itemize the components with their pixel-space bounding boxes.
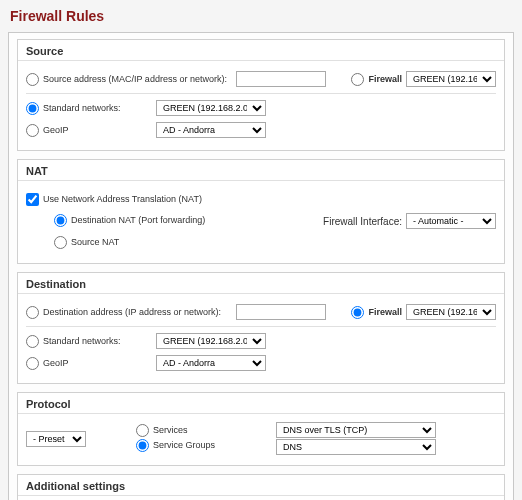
service-groups-radio[interactable] bbox=[136, 439, 149, 452]
protocol-select-bottom[interactable]: DNS bbox=[276, 439, 436, 455]
rule-form: Source Source address (MAC/IP address or… bbox=[8, 32, 514, 500]
destination-heading: Destination bbox=[18, 273, 504, 294]
snat-radio[interactable] bbox=[54, 236, 67, 249]
dest-firewall-label: Firewall bbox=[368, 307, 402, 317]
dest-standard-label: Standard networks: bbox=[43, 336, 121, 346]
source-geoip-select[interactable]: AD - Andorra bbox=[156, 122, 266, 138]
services-label: Services bbox=[153, 425, 188, 435]
dest-firewall-radio[interactable] bbox=[351, 306, 364, 319]
source-geoip-radio[interactable] bbox=[26, 124, 39, 137]
page-title: Firewall Rules bbox=[10, 8, 514, 24]
source-firewall-label: Firewall bbox=[368, 74, 402, 84]
firewall-interface-label: Firewall Interface: bbox=[323, 216, 402, 227]
source-heading: Source bbox=[18, 40, 504, 61]
source-geoip-label: GeoIP bbox=[43, 125, 69, 135]
dnat-label: Destination NAT (Port forwarding) bbox=[71, 215, 205, 225]
source-address-radio[interactable] bbox=[26, 73, 39, 86]
use-nat-label: Use Network Address Translation (NAT) bbox=[43, 194, 202, 204]
service-groups-label: Service Groups bbox=[153, 440, 215, 450]
destination-section: Destination Destination address (IP addr… bbox=[17, 272, 505, 384]
source-firewall-select[interactable]: GREEN (192.168.2.1) bbox=[406, 71, 496, 87]
protocol-select-top[interactable]: DNS over TLS (TCP) bbox=[276, 422, 436, 438]
dest-geoip-select[interactable]: AD - Andorra bbox=[156, 355, 266, 371]
protocol-section: Protocol - Preset - Services Service Gro… bbox=[17, 392, 505, 466]
use-nat-checkbox[interactable] bbox=[26, 193, 39, 206]
dest-address-label: Destination address (IP address or netwo… bbox=[43, 307, 221, 317]
nat-section: NAT Use Network Address Translation (NAT… bbox=[17, 159, 505, 264]
dest-standard-radio[interactable] bbox=[26, 335, 39, 348]
source-standard-select[interactable]: GREEN (192.168.2.0/24) bbox=[156, 100, 266, 116]
dest-geoip-radio[interactable] bbox=[26, 357, 39, 370]
additional-heading: Additional settings bbox=[18, 475, 504, 496]
protocol-preset-select[interactable]: - Preset - bbox=[26, 431, 86, 447]
additional-section: Additional settings Remark: Rule positio… bbox=[17, 474, 505, 500]
firewall-interface-select[interactable]: - Automatic - bbox=[406, 213, 496, 229]
source-standard-radio[interactable] bbox=[26, 102, 39, 115]
snat-label: Source NAT bbox=[71, 237, 119, 247]
dest-address-input[interactable] bbox=[236, 304, 326, 320]
source-section: Source Source address (MAC/IP address or… bbox=[17, 39, 505, 151]
source-standard-label: Standard networks: bbox=[43, 103, 121, 113]
dest-address-radio[interactable] bbox=[26, 306, 39, 319]
source-firewall-radio[interactable] bbox=[351, 73, 364, 86]
services-radio[interactable] bbox=[136, 424, 149, 437]
dest-firewall-select[interactable]: GREEN (192.168.2.1) bbox=[406, 304, 496, 320]
source-address-input[interactable] bbox=[236, 71, 326, 87]
protocol-heading: Protocol bbox=[18, 393, 504, 414]
source-address-label: Source address (MAC/IP address or networ… bbox=[43, 74, 227, 84]
nat-heading: NAT bbox=[18, 160, 504, 181]
dest-geoip-label: GeoIP bbox=[43, 358, 69, 368]
dnat-radio[interactable] bbox=[54, 214, 67, 227]
dest-standard-select[interactable]: GREEN (192.168.2.0/24) bbox=[156, 333, 266, 349]
